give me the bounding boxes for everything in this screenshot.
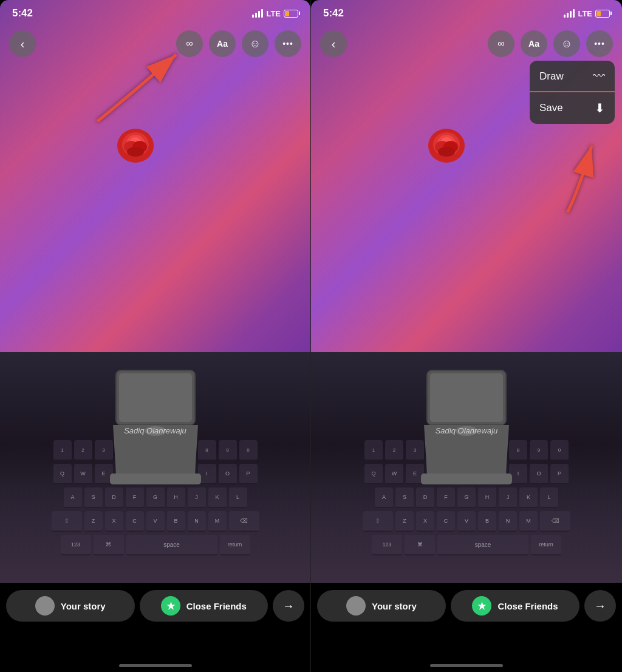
dropdown-menu-right: Draw 〰 Save ⬇ <box>530 61 615 124</box>
your-story-label-right: Your story <box>372 601 417 611</box>
draw-menu-item[interactable]: Draw 〰 <box>530 61 615 92</box>
svg-point-19 <box>438 147 455 157</box>
close-friends-label-left: Close Friends <box>186 601 247 611</box>
more-button-left[interactable]: ••• <box>275 30 301 57</box>
battery-icon-left <box>284 10 298 18</box>
home-indicator-right <box>430 664 503 667</box>
send-button-right[interactable]: → <box>584 590 616 622</box>
toolbar-right: ‹ ∞ Aa ☺ ••• <box>311 30 622 57</box>
sticker-button-right[interactable]: ☺ <box>553 30 580 57</box>
your-story-button-right[interactable]: Your story <box>317 590 446 622</box>
toolbar-right-icons-right: ∞ Aa ☺ ••• <box>488 30 613 57</box>
status-bar-right: 5:42 LTE <box>311 0 622 27</box>
time-left: 5:42 <box>12 7 33 19</box>
infinity-button-left[interactable]: ∞ <box>176 30 203 57</box>
svg-point-6 <box>127 147 144 157</box>
back-button-right[interactable]: ‹ <box>320 30 347 57</box>
back-button-left[interactable]: ‹ <box>9 30 36 57</box>
screens-container: 1 2 3 4 5 6 7 8 9 0 Q <box>0 0 622 672</box>
lte-label-right: LTE <box>578 9 592 18</box>
send-arrow-left: → <box>282 599 295 613</box>
story-background-left: 1 2 3 4 5 6 7 8 9 0 Q <box>0 0 310 583</box>
signal-icon-left <box>252 9 263 18</box>
phone-screen-right: 1 2 3 4 5 6 7 8 9 0 Q <box>311 0 622 672</box>
toolbar-left: ‹ ∞ Aa ☺ ••• <box>0 30 310 57</box>
rose-decoration-right <box>424 121 470 167</box>
phone-screen-left: 1 2 3 4 5 6 7 8 9 0 Q <box>0 0 311 672</box>
signal-icon-right <box>564 9 575 18</box>
toolbar-right-icons-left: ∞ Aa ☺ ••• <box>176 30 301 57</box>
more-button-right[interactable]: ••• <box>586 30 613 57</box>
svg-rect-10 <box>110 473 201 484</box>
close-friends-button-right[interactable]: ★ Close Friends <box>451 590 579 622</box>
svg-rect-8 <box>119 373 192 422</box>
svg-rect-23 <box>421 473 512 484</box>
bottom-bar-right: Your story ★ Close Friends → <box>311 583 622 672</box>
close-friends-icon-left: ★ <box>161 596 180 616</box>
send-arrow-right: → <box>594 599 606 613</box>
battery-icon-right <box>595 10 610 18</box>
avatar-left <box>35 596 55 616</box>
sticker-button-left[interactable]: ☺ <box>242 30 268 57</box>
bottom-bar-left: Your story ★ Close Friends → <box>0 583 310 672</box>
watermark-right: Sadiq Olanrewaju <box>311 426 622 435</box>
watermark-left: Sadiq Olanrewaju <box>0 426 310 435</box>
your-story-button-left[interactable]: Your story <box>6 590 135 622</box>
time-right: 5:42 <box>323 7 344 19</box>
svg-rect-21 <box>430 373 503 422</box>
status-icons-left: LTE <box>252 9 298 18</box>
home-indicator-left <box>119 664 192 667</box>
lte-label-left: LTE <box>266 9 281 18</box>
status-icons-right: LTE <box>564 9 610 18</box>
text-button-left[interactable]: Aa <box>209 30 236 57</box>
status-bar-left: 5:42 LTE <box>0 0 310 27</box>
draw-icon: 〰 <box>593 69 605 83</box>
send-button-left[interactable]: → <box>273 590 304 622</box>
text-button-right[interactable]: Aa <box>521 30 547 57</box>
share-buttons-left: Your story ★ Close Friends → <box>0 583 310 622</box>
infinity-button-right[interactable]: ∞ <box>488 30 514 57</box>
draw-label: Draw <box>539 70 564 83</box>
save-menu-item[interactable]: Save ⬇ <box>530 92 615 124</box>
phone-stand-left <box>101 364 210 510</box>
avatar-right <box>346 596 366 616</box>
close-friends-icon-right: ★ <box>472 596 491 616</box>
save-icon: ⬇ <box>595 101 605 115</box>
share-buttons-right: Your story ★ Close Friends → <box>311 583 622 622</box>
close-friends-button-left[interactable]: ★ Close Friends <box>140 590 268 622</box>
rose-decoration-left <box>113 121 159 167</box>
phone-stand-right <box>412 364 521 510</box>
close-friends-label-right: Close Friends <box>497 601 558 611</box>
save-label: Save <box>539 102 563 114</box>
your-story-label-left: Your story <box>61 601 106 611</box>
